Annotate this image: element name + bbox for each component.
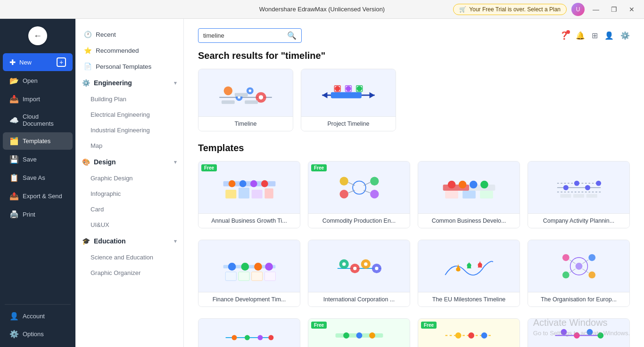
sidebar-options-label: Options [23,331,44,338]
mid-graphic-organizer[interactable]: Graphic Organizer [75,265,183,281]
svg-rect-57 [586,194,597,197]
svg-marker-13 [370,92,375,98]
mid-card[interactable]: Card [75,202,183,217]
notification-icon[interactable]: 🔔 [576,31,585,40]
template-bottom-0[interactable] [198,318,300,347]
project-timeline-thumb [301,69,396,116]
sidebar-new-label: New [19,59,32,66]
account-icon: 👤 [9,312,19,321]
mid-personal-templates[interactable]: 📄 Personal Templates [75,58,183,74]
template-label-2: Common Business Develo... [418,213,520,228]
svg-point-34 [370,190,379,198]
app-title: Wondershare EdrawMax (Unlicensed Version… [259,6,385,13]
trial-text: Your Free Trial is over. Select a Plan [469,6,561,13]
mid-engineering-header[interactable]: ⚙️ Engineering ▾ [75,74,183,91]
export-icon: 📤 [9,192,19,201]
mid-recent[interactable]: 🕐 Recent [75,26,183,42]
new-icon: ✚ [9,58,16,67]
mid-building-plan[interactable]: Building Plan [75,91,183,107]
help-icon[interactable]: ❓ [560,31,569,40]
svg-rect-55 [560,194,571,197]
cloud-icon: ☁️ [9,116,19,125]
sidebar-item-account[interactable]: 👤 Account [3,307,73,325]
template-commodity[interactable]: Free Commodity Production En... [308,161,410,228]
mid-industrial-engineering[interactable]: Industrial Engineering [75,122,183,138]
svg-point-104 [481,332,487,339]
mid-design-header[interactable]: 🎨 Design ▾ [75,153,183,170]
sidebar-item-cloud[interactable]: ☁️ Cloud Documents [3,109,73,131]
mid-science-education[interactable]: Science and Education [75,250,183,265]
search-input[interactable] [203,32,284,39]
svg-point-81 [478,263,482,267]
svg-rect-47 [480,190,493,198]
mid-infographic[interactable]: Infographic [75,186,183,202]
svg-point-94 [244,335,249,340]
svg-point-96 [268,335,273,340]
template-international[interactable]: International Corporation ... [308,240,410,307]
mid-recommended[interactable]: ⭐ Recommended [75,42,183,58]
mid-electrical-engineering[interactable]: Electrical Engineering [75,107,183,122]
sidebar-item-new[interactable]: ✚ New + [3,53,73,71]
sidebar-item-print[interactable]: 🖨️ Print [3,206,73,223]
svg-rect-45 [445,190,458,198]
mid-uiux[interactable]: UI&UX [75,217,183,233]
maximize-button[interactable]: ❐ [607,3,620,16]
search-bar[interactable]: 🔍 [198,28,302,43]
svg-point-106 [561,329,567,335]
back-button[interactable]: ← [28,26,47,45]
options-icon: ⚙️ [9,330,19,339]
svg-point-53 [585,185,590,190]
trial-banner[interactable]: 🛒 Your Free Trial is over. Select a Plan [453,4,567,15]
content-topbar: 🔍 ❓ 🔔 ⊞ 👤 ⚙️ [198,28,630,43]
svg-point-41 [447,180,455,188]
sidebar-item-save[interactable]: 💾 Save [3,151,73,168]
svg-rect-14 [331,92,362,98]
template-organisation[interactable]: The Organisation for Europ... [528,240,630,307]
commodity-svg [331,168,388,208]
template-company-activity[interactable]: Company Activity Plannin... [528,161,630,228]
search-icon[interactable]: 🔍 [287,31,297,40]
avatar[interactable]: U [571,3,585,16]
template-bottom-3[interactable] [528,318,630,347]
search-result-project-timeline[interactable]: Project Timeline [301,69,396,131]
company-activity-thumb [528,161,629,213]
grid-icon[interactable]: ⊞ [592,31,598,40]
sidebar-account-label: Account [23,313,45,320]
svg-point-80 [467,263,471,267]
svg-point-102 [455,332,461,339]
mid-map[interactable]: Map [75,138,183,153]
svg-point-79 [456,267,460,271]
sidebar-item-templates[interactable]: 🗂️ Templates [3,132,73,150]
mid-education-header[interactable]: 🎓 Education ▾ [75,233,183,250]
sidebar-print-label: Print [23,211,35,218]
mid-graphic-design[interactable]: Graphic Design [75,170,183,186]
svg-point-93 [231,335,237,340]
sidebar-item-save-as[interactable]: 📋 Save As [3,169,73,186]
svg-point-52 [574,180,579,186]
main-layout: ← ✚ New + 📂 Open 📥 Import ☁️ Cloud Docum… [0,19,644,347]
template-annual-business[interactable]: Free Annual Business Growth Ti... [198,161,300,228]
template-common-business[interactable]: Common Business Develo... [418,161,520,228]
search-result-timeline[interactable]: Timeline [198,69,293,131]
svg-point-1 [224,86,233,95]
sidebar-save-as-label: Save As [23,174,45,181]
template-bottom-1[interactable]: Free [308,318,410,347]
svg-rect-66 [264,272,275,280]
template-finance[interactable]: Finance Development Tim... [198,240,300,307]
close-button[interactable]: ✕ [625,3,638,16]
project-timeline-svg [318,75,379,111]
template-eu-milestones[interactable]: The EU Milestones Timeline [418,240,520,307]
sidebar-item-export[interactable]: 📤 Export & Send [3,187,73,205]
minimize-button[interactable]: — [589,3,603,16]
user-icon[interactable]: 👤 [604,31,614,40]
project-timeline-label: Project Timeline [301,116,396,131]
svg-point-73 [353,266,356,270]
template-bottom-2[interactable]: Free [418,318,520,347]
settings-icon[interactable]: ⚙️ [620,31,630,40]
template-label-5: International Corporation ... [308,292,410,307]
sidebar-item-import[interactable]: 📥 Import [3,90,73,108]
bottom-thumb-0 [198,319,300,347]
timeline-thumb [198,69,293,116]
sidebar-item-options[interactable]: ⚙️ Options [3,325,73,343]
sidebar-item-open[interactable]: 📂 Open [3,72,73,89]
